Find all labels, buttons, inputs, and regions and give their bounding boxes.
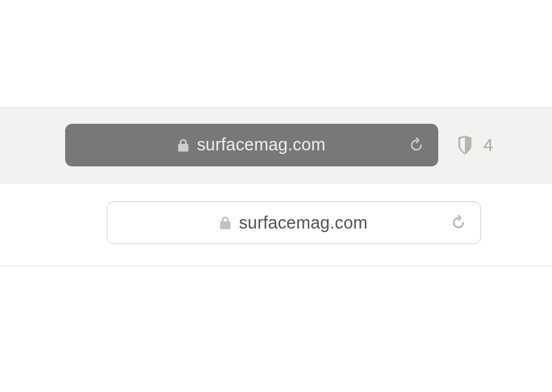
- lock-icon: [178, 139, 188, 152]
- url-text: surfacemag.com: [197, 135, 325, 155]
- address-content: surfacemag.com: [178, 135, 325, 155]
- reload-icon: [409, 137, 424, 153]
- address-bar-inactive[interactable]: surfacemag.com: [107, 201, 481, 244]
- url-text: surfacemag.com: [239, 213, 367, 233]
- reload-button[interactable]: [450, 214, 467, 232]
- reload-button[interactable]: [407, 136, 425, 154]
- address-content: surfacemag.com: [220, 213, 367, 233]
- privacy-report[interactable]: 4: [456, 135, 493, 155]
- browser-toolbar: surfacemag.com 4: [0, 107, 552, 184]
- lower-section: surfacemag.com: [0, 184, 552, 266]
- tracker-count: 4: [483, 135, 493, 155]
- divider: [0, 265, 552, 266]
- reload-icon: [451, 215, 466, 230]
- shield-icon: [456, 135, 474, 155]
- lock-icon: [220, 216, 230, 229]
- address-bar-active[interactable]: surfacemag.com: [65, 124, 438, 166]
- blank-area: [0, 0, 552, 107]
